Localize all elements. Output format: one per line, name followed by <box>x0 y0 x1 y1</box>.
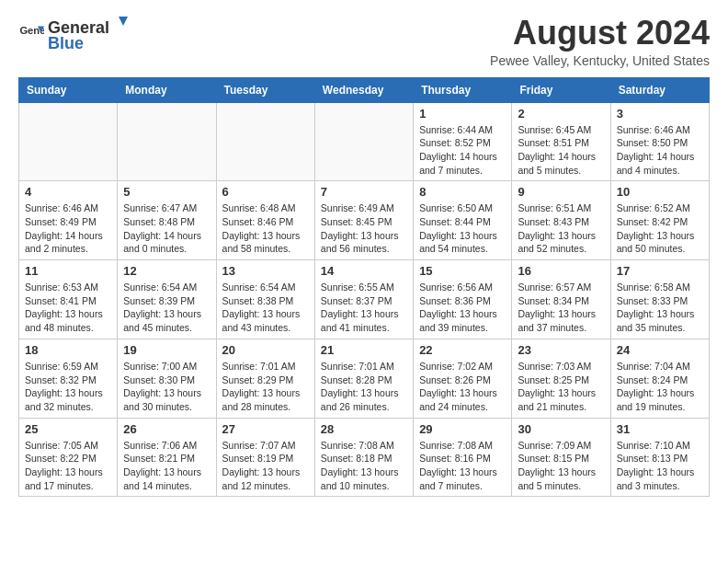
calendar-cell: 2Sunrise: 6:45 AM Sunset: 8:51 PM Daylig… <box>512 102 610 181</box>
day-info: Sunrise: 7:08 AM Sunset: 8:16 PM Dayligh… <box>419 439 506 493</box>
calendar-cell: 16Sunrise: 6:57 AM Sunset: 8:34 PM Dayli… <box>512 260 610 339</box>
calendar-cell: 24Sunrise: 7:04 AM Sunset: 8:24 PM Dayli… <box>610 339 709 418</box>
location-subtitle: Pewee Valley, Kentucky, United States <box>490 53 710 68</box>
calendar-cell: 8Sunrise: 6:50 AM Sunset: 8:44 PM Daylig… <box>414 181 512 260</box>
calendar-cell: 3Sunrise: 6:46 AM Sunset: 8:50 PM Daylig… <box>610 102 709 181</box>
calendar-cell: 13Sunrise: 6:54 AM Sunset: 8:38 PM Dayli… <box>216 260 314 339</box>
calendar-week-row: 11Sunrise: 6:53 AM Sunset: 8:41 PM Dayli… <box>19 260 710 339</box>
day-number: 16 <box>518 264 604 278</box>
calendar-header-tuesday: Tuesday <box>216 77 314 102</box>
day-info: Sunrise: 6:55 AM Sunset: 8:37 PM Dayligh… <box>321 281 407 335</box>
calendar-cell: 17Sunrise: 6:58 AM Sunset: 8:33 PM Dayli… <box>610 260 709 339</box>
day-info: Sunrise: 6:52 AM Sunset: 8:42 PM Dayligh… <box>617 201 703 256</box>
day-number: 22 <box>419 343 506 357</box>
day-info: Sunrise: 6:47 AM Sunset: 8:48 PM Dayligh… <box>123 201 210 256</box>
calendar-cell: 28Sunrise: 7:08 AM Sunset: 8:18 PM Dayli… <box>314 418 413 497</box>
day-number: 25 <box>25 422 111 436</box>
calendar-header-wednesday: Wednesday <box>314 77 413 102</box>
calendar-header-thursday: Thursday <box>414 77 512 102</box>
calendar-cell: 6Sunrise: 6:48 AM Sunset: 8:46 PM Daylig… <box>216 181 314 260</box>
day-number: 29 <box>419 422 506 436</box>
calendar-cell: 29Sunrise: 7:08 AM Sunset: 8:16 PM Dayli… <box>414 418 512 497</box>
day-info: Sunrise: 7:01 AM Sunset: 8:28 PM Dayligh… <box>321 360 407 414</box>
calendar-week-row: 25Sunrise: 7:05 AM Sunset: 8:22 PM Dayli… <box>19 418 710 497</box>
calendar-cell: 11Sunrise: 6:53 AM Sunset: 8:41 PM Dayli… <box>19 260 118 339</box>
day-number: 8 <box>419 185 506 199</box>
day-info: Sunrise: 7:06 AM Sunset: 8:21 PM Dayligh… <box>123 439 210 493</box>
calendar-cell: 18Sunrise: 6:59 AM Sunset: 8:32 PM Dayli… <box>19 339 118 418</box>
calendar-cell: 26Sunrise: 7:06 AM Sunset: 8:21 PM Dayli… <box>118 418 216 497</box>
day-number: 3 <box>617 107 703 121</box>
calendar-cell: 31Sunrise: 7:10 AM Sunset: 8:13 PM Dayli… <box>610 418 709 497</box>
calendar-cell: 12Sunrise: 6:54 AM Sunset: 8:39 PM Dayli… <box>118 260 216 339</box>
calendar-cell: 19Sunrise: 7:00 AM Sunset: 8:30 PM Dayli… <box>118 339 216 418</box>
day-number: 30 <box>518 422 604 436</box>
day-info: Sunrise: 7:09 AM Sunset: 8:15 PM Dayligh… <box>518 439 604 493</box>
day-info: Sunrise: 7:01 AM Sunset: 8:29 PM Dayligh… <box>222 360 309 414</box>
calendar-cell: 7Sunrise: 6:49 AM Sunset: 8:45 PM Daylig… <box>314 181 413 260</box>
calendar-header-saturday: Saturday <box>610 77 709 102</box>
day-number: 20 <box>222 343 309 357</box>
day-number: 9 <box>518 185 604 199</box>
day-number: 26 <box>123 422 210 436</box>
day-info: Sunrise: 6:48 AM Sunset: 8:46 PM Dayligh… <box>222 201 309 256</box>
day-number: 31 <box>617 422 703 436</box>
day-info: Sunrise: 6:54 AM Sunset: 8:39 PM Dayligh… <box>123 281 210 335</box>
logo-icon: General <box>18 21 44 47</box>
calendar-cell: 9Sunrise: 6:51 AM Sunset: 8:43 PM Daylig… <box>512 181 610 260</box>
calendar-cell: 15Sunrise: 6:56 AM Sunset: 8:36 PM Dayli… <box>414 260 512 339</box>
calendar-header-friday: Friday <box>512 77 610 102</box>
page-header: General General Blue August 2024 Pewee V… <box>18 15 710 68</box>
calendar-cell: 5Sunrise: 6:47 AM Sunset: 8:48 PM Daylig… <box>118 181 216 260</box>
day-info: Sunrise: 7:00 AM Sunset: 8:30 PM Dayligh… <box>123 360 210 414</box>
day-number: 24 <box>617 343 703 357</box>
day-number: 17 <box>617 264 703 278</box>
calendar-cell: 10Sunrise: 6:52 AM Sunset: 8:42 PM Dayli… <box>610 181 709 260</box>
calendar-cell: 23Sunrise: 7:03 AM Sunset: 8:25 PM Dayli… <box>512 339 610 418</box>
day-info: Sunrise: 6:54 AM Sunset: 8:38 PM Dayligh… <box>222 281 309 335</box>
day-info: Sunrise: 7:08 AM Sunset: 8:18 PM Dayligh… <box>321 439 407 493</box>
svg-marker-2 <box>119 17 128 26</box>
calendar-cell <box>314 102 413 181</box>
day-info: Sunrise: 7:02 AM Sunset: 8:26 PM Dayligh… <box>419 360 506 414</box>
day-number: 12 <box>123 264 210 278</box>
calendar-week-row: 4Sunrise: 6:46 AM Sunset: 8:49 PM Daylig… <box>19 181 710 260</box>
day-info: Sunrise: 6:59 AM Sunset: 8:32 PM Dayligh… <box>25 360 111 414</box>
day-info: Sunrise: 7:03 AM Sunset: 8:25 PM Dayligh… <box>518 360 604 414</box>
calendar-cell: 21Sunrise: 7:01 AM Sunset: 8:28 PM Dayli… <box>314 339 413 418</box>
day-number: 21 <box>321 343 407 357</box>
day-info: Sunrise: 6:46 AM Sunset: 8:50 PM Dayligh… <box>617 123 703 178</box>
calendar-header-sunday: Sunday <box>19 77 118 102</box>
calendar-table: SundayMondayTuesdayWednesdayThursdayFrid… <box>18 77 710 498</box>
day-info: Sunrise: 6:58 AM Sunset: 8:33 PM Dayligh… <box>617 281 703 335</box>
day-info: Sunrise: 7:05 AM Sunset: 8:22 PM Dayligh… <box>25 439 111 493</box>
day-info: Sunrise: 6:53 AM Sunset: 8:41 PM Dayligh… <box>25 281 111 335</box>
calendar-header-row: SundayMondayTuesdayWednesdayThursdayFrid… <box>19 77 710 102</box>
day-info: Sunrise: 7:10 AM Sunset: 8:13 PM Dayligh… <box>617 439 703 493</box>
calendar-cell: 27Sunrise: 7:07 AM Sunset: 8:19 PM Dayli… <box>216 418 314 497</box>
day-number: 15 <box>419 264 506 278</box>
calendar-cell: 25Sunrise: 7:05 AM Sunset: 8:22 PM Dayli… <box>19 418 118 497</box>
day-info: Sunrise: 6:49 AM Sunset: 8:45 PM Dayligh… <box>321 201 407 256</box>
calendar-cell: 14Sunrise: 6:55 AM Sunset: 8:37 PM Dayli… <box>314 260 413 339</box>
calendar-cell <box>118 102 216 181</box>
day-number: 6 <box>222 185 309 199</box>
calendar-cell: 22Sunrise: 7:02 AM Sunset: 8:26 PM Dayli… <box>414 339 512 418</box>
day-number: 28 <box>321 422 407 436</box>
day-number: 23 <box>518 343 604 357</box>
day-info: Sunrise: 6:45 AM Sunset: 8:51 PM Dayligh… <box>518 123 604 178</box>
day-number: 2 <box>518 107 604 121</box>
calendar-week-row: 18Sunrise: 6:59 AM Sunset: 8:32 PM Dayli… <box>19 339 710 418</box>
day-info: Sunrise: 6:44 AM Sunset: 8:52 PM Dayligh… <box>419 123 506 178</box>
day-info: Sunrise: 6:46 AM Sunset: 8:49 PM Dayligh… <box>25 201 111 256</box>
calendar-cell: 1Sunrise: 6:44 AM Sunset: 8:52 PM Daylig… <box>414 102 512 181</box>
logo: General General Blue <box>18 15 131 53</box>
day-number: 4 <box>25 185 111 199</box>
day-number: 11 <box>25 264 111 278</box>
calendar-cell <box>19 102 118 181</box>
logo-arrow-icon <box>111 15 130 33</box>
day-number: 18 <box>25 343 111 357</box>
title-block: August 2024 Pewee Valley, Kentucky, Unit… <box>490 15 710 68</box>
month-year-title: August 2024 <box>490 15 710 52</box>
calendar-header-monday: Monday <box>118 77 216 102</box>
